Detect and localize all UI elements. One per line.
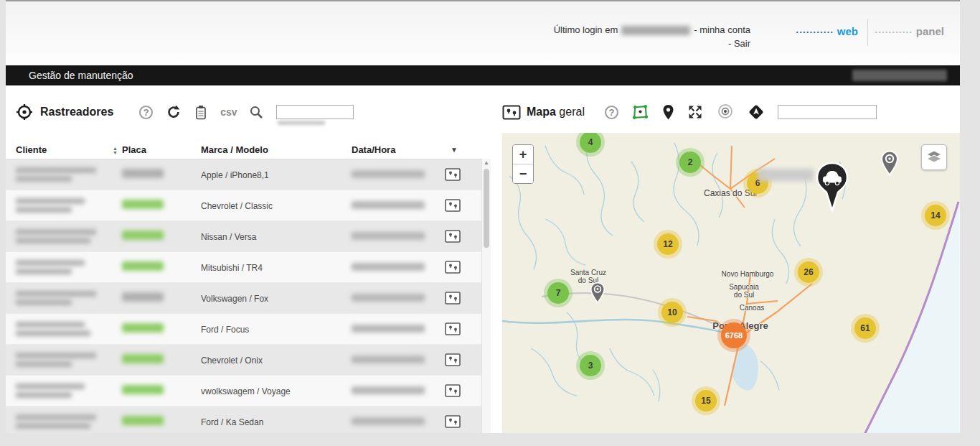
show-on-map-button[interactable] [445, 292, 461, 305]
show-on-map-button[interactable] [445, 168, 461, 181]
client-name-redacted [16, 384, 85, 389]
target-icon [16, 103, 33, 121]
datetime-redacted [352, 232, 425, 240]
show-on-map-button[interactable] [445, 199, 461, 212]
layers-control[interactable] [921, 144, 947, 170]
brand-model-text: Chevrolet / Classic [201, 201, 273, 211]
vehicle-marker-pin[interactable] [815, 162, 849, 216]
datetime-redacted [352, 356, 425, 363]
map-cluster-15[interactable]: 15 [695, 390, 717, 412]
show-on-map-button[interactable] [445, 261, 461, 274]
trackers-table-body: Apple / iPhone8,1 Chevrolet / Classic [6, 159, 491, 437]
column-header-marca-modelo[interactable]: Marca / Modelo [201, 144, 352, 155]
scrollbar-thumb[interactable] [484, 169, 489, 248]
map-cluster-2[interactable]: 2 [679, 152, 701, 173]
column-header-placa[interactable]: Placa [122, 144, 201, 155]
show-on-map-button[interactable] [445, 384, 461, 397]
column-header-data-hora[interactable]: Data/Hora [352, 144, 445, 155]
sort-icon[interactable]: ▲▼ [113, 147, 118, 155]
map-cluster-7[interactable]: 7 [547, 282, 569, 304]
client-name-redacted-line2 [16, 361, 72, 367]
client-name-redacted [16, 291, 96, 297]
brand-separator [867, 19, 868, 46]
show-on-map-button[interactable] [445, 230, 461, 243]
map-canvas[interactable]: + − 426141226710616768315Caxias do SulSa… [502, 133, 960, 435]
zoom-out-button[interactable]: − [513, 164, 533, 183]
plate-redacted [122, 261, 164, 271]
plate-redacted [122, 169, 164, 178]
csv-export-button[interactable]: csv [220, 106, 237, 118]
pin-icon[interactable] [662, 104, 674, 121]
help-icon[interactable]: ? [139, 106, 153, 119]
plate-redacted [122, 323, 164, 333]
map-title: Mapa geral [527, 106, 585, 119]
main-content: Rastreadores ? csv Clie [6, 85, 960, 440]
client-name-redacted [16, 322, 85, 327]
client-name-redacted-line2 [16, 392, 72, 398]
trackers-title: Rastreadores [40, 106, 113, 119]
city-label: Canoas [740, 304, 764, 312]
report-clipboard-icon[interactable] [194, 105, 207, 120]
table-row[interactable]: Ford / Focus [6, 314, 491, 345]
map-cluster-10[interactable]: 10 [661, 302, 683, 323]
zoom-in-button[interactable]: + [513, 145, 533, 164]
location-marker-pin-2[interactable] [590, 282, 606, 307]
plate-redacted [122, 416, 164, 425]
map-cluster-3[interactable]: 3 [580, 355, 601, 376]
column-header-cliente[interactable]: Cliente ▲▼ [6, 144, 122, 155]
map-cluster-6768[interactable]: 6768 [721, 322, 747, 348]
map-search-input[interactable] [778, 105, 877, 119]
brand-panel-dots: ••••••••••• [875, 29, 913, 35]
my-account-link[interactable]: - minha conta [694, 24, 750, 35]
map-help-icon[interactable]: ? [605, 106, 618, 119]
brand-web-dots: ••••••••••• [796, 29, 834, 35]
table-header: Cliente ▲▼ Placa Marca / Modelo Data/Hor… [6, 140, 491, 159]
table-row[interactable]: Chevrolet / Onix [6, 345, 491, 376]
show-on-map-button[interactable] [445, 415, 461, 428]
brand-model-text: Ford / Focus [201, 325, 249, 335]
last-login-label: Último login em [554, 24, 618, 35]
table-row[interactable]: Apple / iPhone8,1 [6, 159, 491, 190]
radar-signal-icon[interactable] [716, 103, 735, 121]
map-cluster-12[interactable]: 12 [657, 233, 679, 255]
table-row[interactable]: Chevrolet / Classic [6, 190, 491, 221]
plate-redacted [122, 385, 164, 394]
plate-redacted [122, 292, 164, 302]
table-row[interactable]: Volkswagen / Fox [6, 283, 491, 314]
client-name-redacted [16, 229, 96, 235]
refresh-icon[interactable] [166, 104, 182, 120]
table-row[interactable]: Mitsubishi / TR4 [6, 252, 491, 283]
table-scrollbar[interactable]: ▲ [481, 159, 491, 435]
logout-link[interactable]: - Sair [728, 38, 750, 49]
client-name-redacted [16, 353, 96, 358]
trackers-search-input[interactable] [276, 105, 354, 119]
map-cluster-26[interactable]: 26 [798, 261, 819, 283]
title-bar-redacted-button[interactable] [852, 70, 947, 81]
location-marker-pin[interactable] [880, 150, 899, 179]
filter-dropdown-icon[interactable]: ▼ [451, 146, 458, 154]
brand-model-text: Apple / iPhone8,1 [201, 170, 269, 180]
plate-redacted [122, 200, 164, 209]
geofence-icon[interactable] [631, 103, 649, 121]
brand-panel-logo[interactable]: ••••••••••• panel [875, 25, 944, 37]
show-on-map-button[interactable] [445, 322, 461, 335]
brand-web-logo[interactable]: ••••••••••• web [796, 25, 858, 37]
map-cluster-61[interactable]: 61 [854, 317, 876, 339]
scrollbar-up-icon[interactable]: ▲ [482, 159, 491, 167]
direction-icon[interactable] [748, 103, 765, 121]
table-row[interactable]: vwolkswagem / Voyage [6, 376, 491, 406]
brand-model-text: Ford / Ka Sedan [201, 417, 263, 427]
client-name-redacted [16, 167, 96, 173]
client-name-redacted-line2 [16, 238, 90, 243]
client-name-redacted [16, 198, 85, 204]
map-cluster-14[interactable]: 14 [925, 205, 946, 226]
datetime-redacted [352, 386, 425, 394]
plate-redacted [122, 231, 164, 240]
expand-icon[interactable] [687, 104, 703, 120]
client-name-redacted-line2 [16, 423, 90, 429]
brand-model-text: Nissan / Versa [201, 232, 256, 242]
table-row[interactable]: Nissan / Versa [6, 221, 491, 252]
brand-panel-label: panel [916, 25, 944, 37]
client-name-redacted-line2 [16, 269, 72, 274]
show-on-map-button[interactable] [445, 353, 461, 366]
